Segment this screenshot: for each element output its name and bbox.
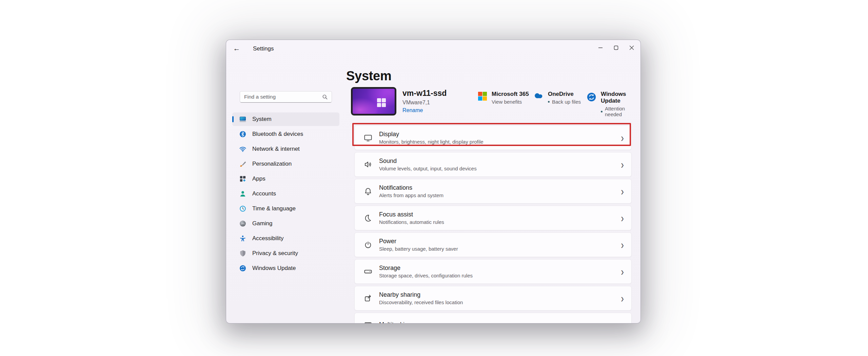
maximize-button[interactable] [608, 42, 624, 55]
chevron-right-icon: › [621, 319, 624, 323]
accounts-icon [239, 190, 246, 197]
sidebar-item-label: Privacy & security [252, 250, 298, 257]
chevron-right-icon: › [621, 159, 624, 170]
settings-list: DisplayMonitors, brightness, night light… [354, 125, 632, 323]
selected-accent-bar [232, 116, 234, 122]
sidebar-item-label: Network & internet [252, 146, 300, 152]
row-subtitle: Sleep, battery usage, battery saver [379, 246, 458, 252]
apps-icon [239, 175, 246, 183]
maximize-icon [608, 41, 624, 55]
windows-logo-icon [377, 98, 386, 107]
sidebar-item-network-internet[interactable]: Network & internet [232, 142, 339, 156]
onedrive-cloud-icon [533, 92, 544, 99]
close-icon [624, 41, 639, 55]
titlebar: ← Settings [226, 40, 640, 57]
chevron-right-icon: › [621, 266, 624, 277]
sidebar-item-label: Accounts [252, 190, 276, 197]
status-dot [548, 101, 550, 103]
sidebar-item-privacy-security[interactable]: Privacy & security [232, 247, 339, 260]
row-subtitle: Monitors, brightness, night light, displ… [379, 139, 484, 145]
sidebar-item-time-language[interactable]: Time & language [232, 202, 339, 215]
sidebar-item-gaming[interactable]: Gaming [232, 217, 339, 230]
back-arrow-icon: ← [233, 44, 240, 52]
sidebar-item-windows-update[interactable]: Windows Update [232, 261, 339, 275]
search-input[interactable] [240, 94, 322, 100]
badge-subtitle: View benefits [492, 99, 522, 105]
desktop-background: ← Settings System vm-w11-ssd VMware7,1 R… [0, 0, 868, 356]
power-icon [363, 240, 373, 249]
settings-row-display[interactable]: DisplayMonitors, brightness, night light… [354, 125, 632, 150]
page-title: System [346, 69, 391, 83]
row-subtitle: Notifications, automatic rules [379, 219, 444, 225]
windows-update-icon [239, 265, 246, 272]
row-title: Display [379, 131, 484, 138]
chevron-right-icon: › [621, 132, 624, 143]
time-language-icon [239, 205, 246, 212]
sidebar-item-bluetooth-devices[interactable]: Bluetooth & devices [232, 127, 339, 141]
bluetooth-icon [239, 130, 246, 138]
settings-row-nearby-sharing[interactable]: Nearby sharingDiscoverability, received … [354, 286, 632, 311]
badge-subtitle: Back up files [552, 99, 581, 105]
chevron-right-icon: › [621, 293, 624, 304]
sidebar-item-label: Accessibility [252, 235, 284, 242]
window-title: Settings [253, 45, 274, 52]
sidebar-item-apps[interactable]: Apps [232, 172, 339, 186]
personalization-icon [239, 160, 246, 168]
multitasking-icon [363, 320, 373, 323]
row-subtitle: Storage space, drives, configuration rul… [379, 273, 473, 278]
settings-row-focus-assist[interactable]: Focus assistNotifications, automatic rul… [354, 206, 632, 230]
row-title: Notifications [379, 184, 443, 191]
chevron-right-icon: › [621, 186, 624, 197]
microsoft-logo [477, 92, 488, 101]
device-thumbnail [351, 87, 396, 116]
row-subtitle: Discoverability, received files location [379, 299, 463, 305]
status-dot [601, 111, 603, 112]
minimize-button[interactable] [593, 42, 608, 55]
badge-windows-update[interactable]: Windows UpdateAttention needed [586, 91, 640, 117]
search-icon [322, 94, 328, 100]
badge-title: Windows Update [601, 91, 640, 104]
sidebar-item-accessibility[interactable]: Accessibility [232, 232, 339, 245]
row-title: Power [379, 238, 458, 245]
focus-assist-icon [363, 213, 373, 223]
storage-icon [363, 267, 373, 276]
search-box [240, 91, 332, 103]
settings-row-power[interactable]: PowerSleep, battery usage, battery saver… [354, 232, 632, 257]
window-controls [593, 42, 639, 55]
settings-row-multitasking[interactable]: Multitasking› [354, 313, 632, 323]
device-name: vm-w11-ssd [402, 89, 447, 98]
chevron-right-icon: › [621, 239, 624, 250]
rename-link[interactable]: Rename [402, 107, 423, 113]
badge-microsoft-365[interactable]: Microsoft 365View benefits [477, 91, 529, 105]
settings-row-notifications[interactable]: NotificationsAlerts from apps and system… [354, 179, 632, 204]
accessibility-icon [239, 235, 246, 242]
settings-row-storage[interactable]: StorageStorage space, drives, configurat… [354, 259, 632, 284]
badge-title: OneDrive [548, 91, 581, 98]
settings-row-sound[interactable]: SoundVolume levels, output, input, sound… [354, 152, 632, 177]
badge-subtitle: Attention needed [605, 106, 640, 117]
row-subtitle: Volume levels, output, input, sound devi… [379, 166, 477, 171]
badge-onedrive[interactable]: OneDriveBack up files [533, 91, 581, 105]
sidebar-item-system[interactable]: System [232, 112, 339, 126]
privacy-security-icon [239, 250, 246, 257]
badge-title: Microsoft 365 [492, 91, 529, 98]
settings-window: ← Settings System vm-w11-ssd VMware7,1 R… [226, 40, 641, 323]
row-title: Focus assist [379, 211, 444, 218]
row-title: Nearby sharing [379, 291, 463, 298]
sidebar-item-label: System [252, 116, 272, 123]
sidebar-item-label: Time & language [252, 205, 296, 212]
display-icon [363, 133, 373, 142]
sidebar-item-label: Bluetooth & devices [252, 131, 303, 138]
back-button[interactable]: ← [230, 43, 243, 54]
minimize-icon [593, 41, 608, 55]
row-subtitle: Alerts from apps and system [379, 192, 443, 198]
network-icon [239, 145, 246, 153]
close-button[interactable] [624, 42, 639, 55]
system-icon [239, 116, 246, 123]
sidebar-navigation: SystemBluetooth & devicesNetwork & inter… [232, 112, 339, 276]
sound-icon [363, 160, 373, 169]
sidebar-item-accounts[interactable]: Accounts [232, 187, 339, 201]
sidebar-item-personalization[interactable]: Personalization [232, 157, 339, 171]
notifications-icon [363, 187, 373, 196]
sidebar-item-label: Gaming [252, 220, 273, 227]
